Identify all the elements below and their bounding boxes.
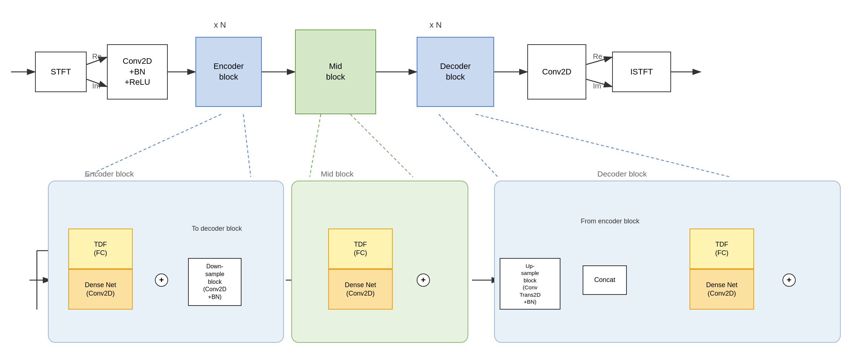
conv2d-label: Conv2D <box>542 67 571 77</box>
encoder-tdf-fc-label: TDF(FC) <box>94 240 107 258</box>
conv2d-bn-relu-block: Conv2D+BN+ReLU <box>107 44 168 100</box>
encoder-downsample-label: Down-sampleblock(Conv2D+BN) <box>203 263 226 301</box>
mid-tdf-fc-block: TDF(FC) <box>328 229 393 269</box>
decoder-upsample-label: Up-sampleblock(ConvTrans2D+BN) <box>520 262 541 306</box>
encoder-plus: + <box>155 273 168 287</box>
diagram: STFT Re Im Conv2D+BN+ReLU x N Encoderblo… <box>0 0 868 359</box>
decoder-upsample-block: Up-sampleblock(ConvTrans2D+BN) <box>500 258 560 310</box>
conv2d-bn-relu-label: Conv2D+BN+ReLU <box>123 56 152 88</box>
im-label-input: Im <box>92 82 100 90</box>
decoder-concat-block: Concat <box>583 265 627 295</box>
decoder-tdf-fc-label: TDF(FC) <box>715 240 729 258</box>
svg-line-11 <box>243 114 251 177</box>
decoder-block-top: Decoderblock <box>417 37 494 107</box>
re-label-input: Re <box>92 52 102 61</box>
decoder-concat-label: Concat <box>594 276 615 284</box>
mid-dense-net-label: Dense Net(Conv2D) <box>345 281 376 298</box>
decoder-dense-net-label: Dense Net(Conv2D) <box>706 281 737 298</box>
mid-section-label: Mid block <box>321 170 354 178</box>
re-label-output: Re <box>593 52 603 61</box>
encoder-block-top: Encoderblock <box>195 37 262 107</box>
encoder-dense-net-label: Dense Net(Conv2D) <box>85 281 116 298</box>
decoder-dense-net-block: Dense Net(Conv2D) <box>690 269 754 310</box>
xn2-label: x N <box>430 20 442 30</box>
istft-block: ISTFT <box>612 52 671 92</box>
encoder-dense-net-block: Dense Net(Conv2D) <box>68 269 133 310</box>
stft-block: STFT <box>35 52 87 92</box>
decoder-section-label: Decoder block <box>597 170 647 178</box>
stft-label: STFT <box>51 67 71 77</box>
svg-line-15 <box>476 114 730 177</box>
mid-plus: + <box>417 273 430 287</box>
from-encoder-label: From encoder block <box>581 217 639 225</box>
encoder-downsample-block: Down-sampleblock(Conv2D+BN) <box>188 258 242 306</box>
encoder-section-label: Encoder block <box>85 170 134 178</box>
encoder-tdf-fc-block: TDF(FC) <box>68 229 133 269</box>
svg-line-10 <box>85 114 221 177</box>
encoder-block-label: Encoderblock <box>213 61 244 82</box>
to-decoder-label: To decoder block <box>192 225 242 233</box>
mid-block-top: Midblock <box>295 29 376 114</box>
decoder-plus: + <box>782 273 796 287</box>
svg-line-13 <box>350 114 413 177</box>
mid-tdf-fc-label: TDF(FC) <box>354 240 367 258</box>
conv2d-block-top: Conv2D <box>527 44 586 100</box>
svg-line-14 <box>439 114 498 177</box>
im-label-output: Im <box>593 82 601 90</box>
mid-dense-net-block: Dense Net(Conv2D) <box>328 269 393 310</box>
decoder-tdf-fc-block: TDF(FC) <box>690 229 754 269</box>
mid-block-label: Midblock <box>326 61 345 82</box>
svg-line-12 <box>310 114 321 177</box>
xn1-label: x N <box>214 20 226 30</box>
decoder-block-label: Decoderblock <box>440 61 471 82</box>
istft-label: ISTFT <box>630 67 653 77</box>
